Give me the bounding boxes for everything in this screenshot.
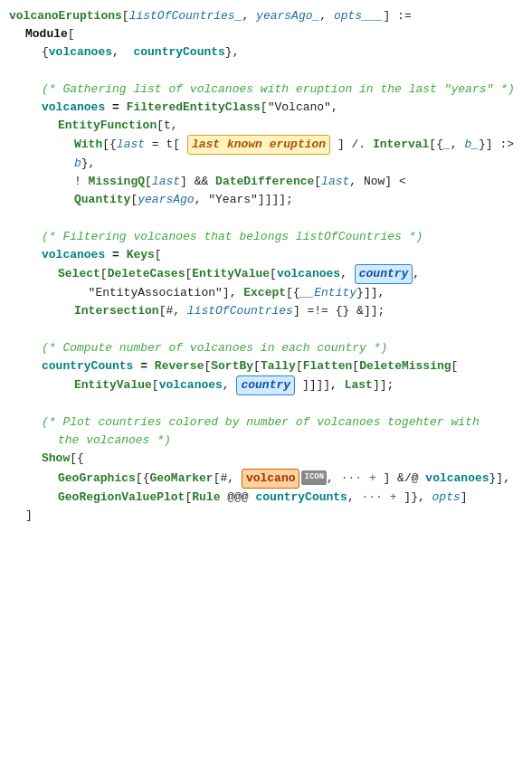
select-keyword: Select xyxy=(58,267,100,280)
comment4: (* Plot countries colored by number of v… xyxy=(9,413,523,432)
quantity: Quantity xyxy=(74,193,130,206)
datediff: DateDifference xyxy=(215,175,314,188)
function-def-line: volcanoEruptions[listOfCountries_, years… xyxy=(9,7,523,25)
param3: opts___ xyxy=(334,9,384,23)
function-name: volcanoEruptions xyxy=(9,9,122,23)
comment1: (* Gathering list of volcanoes with erup… xyxy=(9,81,523,99)
comment2: (* Filtering volcanoes that belongs list… xyxy=(9,228,523,246)
show-line: Show[{ xyxy=(9,450,523,468)
closing-bracket: ] xyxy=(9,507,523,525)
opts-var: opts xyxy=(432,490,461,504)
country-highlight1: country xyxy=(355,264,413,284)
last-var: last xyxy=(117,138,145,151)
sortby-keyword: SortBy xyxy=(211,359,253,373)
with-keyword: With xyxy=(74,138,102,151)
module-line: Module[ xyxy=(9,25,523,43)
keys-keyword: Keys xyxy=(127,248,155,261)
countrycounts-var: countryCounts xyxy=(42,359,133,373)
param2: yearsAgo_ xyxy=(256,9,319,23)
param1: listOfCountries_ xyxy=(129,9,242,23)
entityvalue2-keyword: EntityValue xyxy=(74,378,152,392)
entityvalue-keyword: EntityValue xyxy=(192,267,270,280)
with-line: With[{last = t[ last known eruption ] /.… xyxy=(9,135,523,173)
var-countrycounts: countryCounts xyxy=(133,45,224,59)
blank1 xyxy=(9,62,523,80)
module-vars-line: {volcanoes, countryCounts}, xyxy=(9,43,523,62)
filtered-entity: FilteredEntityClass xyxy=(127,100,261,114)
geographics-keyword: GeoGraphics xyxy=(58,471,136,485)
georegion-line: GeoRegionValuePlot[Rule @@@ countryCount… xyxy=(9,489,523,507)
intersection-keyword: Intersection xyxy=(74,304,159,318)
country-highlight2: country xyxy=(236,375,295,395)
deletecases-keyword: DeleteCases xyxy=(108,267,185,280)
intersection-line: Intersection[#, listOfCountries] =!= {} … xyxy=(9,302,523,320)
quantity-line: Quantity[yearsAgo, "Years"]]]]; xyxy=(9,191,523,209)
icon-badge: ICON xyxy=(301,470,327,485)
entity-function: EntityFunction xyxy=(58,119,157,132)
flatten-keyword: Flatten xyxy=(303,359,353,373)
entityvalue-country-line: EntityValue[volcanoes, country ]]]], Las… xyxy=(9,375,523,395)
missingq-line: ! MissingQ[last] && DateDifference[last,… xyxy=(9,173,523,191)
tally-keyword: Tally xyxy=(261,359,296,373)
entity-assoc-line: "EntityAssociation"], Except[{__Entity}]… xyxy=(9,284,523,302)
blank4 xyxy=(9,395,523,413)
volcano-highlight: volcano xyxy=(242,469,300,489)
select-line: Select[DeleteCases[EntityValue[volcanoes… xyxy=(9,264,523,284)
georegionvalueplot-keyword: GeoRegionValuePlot xyxy=(58,490,185,504)
geomarker-keyword: GeoMarker xyxy=(149,471,213,485)
countrycounts-ref: countryCounts xyxy=(255,490,347,504)
entity-function-line: EntityFunction[t, xyxy=(9,117,523,135)
bracket-open: [ xyxy=(122,9,129,23)
volcanoes-var: volcanoes xyxy=(42,100,105,114)
var-volcanoes: volcanoes xyxy=(49,45,112,59)
missingq: MissingQ xyxy=(89,175,145,188)
list-of-countries: listOfCountries xyxy=(187,304,293,318)
blank3 xyxy=(9,320,523,338)
last-known-eruption-highlight: last known eruption xyxy=(187,135,330,155)
comment4b: the volcanoes *) xyxy=(9,432,523,450)
volcanoes-assignment: volcanoes = FilteredEntityClass["Volcano… xyxy=(9,99,523,117)
show-keyword: Show xyxy=(42,451,70,465)
geographics-line: GeoGraphics[{GeoMarker[#, volcanoICON, ·… xyxy=(9,469,523,489)
yearsago-var: yearsAgo xyxy=(138,193,194,206)
countrycounts-line: countryCounts = Reverse[SortBy[Tally[Fla… xyxy=(9,357,523,375)
volcanoes-keys-line: volcanoes = Keys[ xyxy=(9,246,523,264)
blank2 xyxy=(9,210,523,228)
rule-keyword: Rule xyxy=(192,490,220,504)
module-keyword: Module xyxy=(25,27,68,41)
comment3: (* Compute number of volcanoes in each c… xyxy=(9,339,523,357)
deletemissing-keyword: DeleteMissing xyxy=(359,359,451,373)
reverse-keyword: Reverse xyxy=(155,359,204,373)
except-keyword: Except xyxy=(243,286,286,299)
code-container: volcanoEruptions[listOfCountries_, years… xyxy=(9,7,523,525)
volcanoes-var2: volcanoes xyxy=(42,248,105,261)
